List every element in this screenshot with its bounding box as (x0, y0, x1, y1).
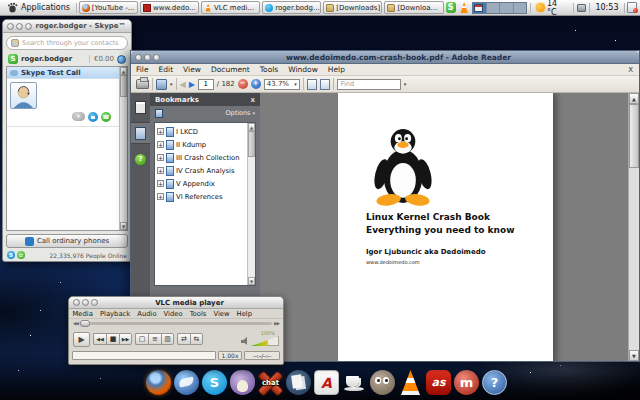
expand-icon[interactable]: + (157, 141, 164, 148)
taskbar-button-downloads2[interactable]: [Downloa... (384, 1, 443, 14)
previous-button[interactable]: ◀◀ (93, 333, 106, 345)
menu-help[interactable]: Help (233, 310, 256, 318)
zoom-out-button[interactable]: − (238, 79, 248, 89)
screenshot-applet-icon[interactable] (577, 4, 587, 12)
taskbar-button-vlc[interactable]: VLC medi... (201, 1, 260, 14)
save-dropdown-arrow[interactable]: ▾ (170, 81, 173, 87)
globe-icon[interactable] (117, 55, 126, 64)
expand-icon[interactable]: + (157, 128, 164, 135)
bookmark-item-crash-collection[interactable]: + III Crash Collection (155, 151, 247, 164)
workspace-4[interactable] (514, 3, 527, 13)
bookmark-icon[interactable] (155, 109, 163, 118)
menu-tools[interactable]: Tools (255, 65, 283, 74)
fit-width-button[interactable] (307, 79, 317, 90)
dock-miro-icon[interactable]: m (454, 370, 479, 395)
menu-audio[interactable]: Audio (134, 310, 160, 318)
expand-icon[interactable]: + (157, 180, 164, 187)
scroll-up-arrow[interactable]: ▲ (120, 67, 127, 75)
skype-search-input[interactable] (22, 39, 123, 47)
seek-slider-handle[interactable] (80, 320, 90, 327)
workspace-3[interactable] (500, 3, 514, 13)
scroll-down-arrow[interactable]: ▼ (120, 222, 127, 230)
dock-firefox-icon[interactable] (146, 370, 171, 395)
fit-page-button[interactable] (320, 79, 330, 90)
pdf-page[interactable]: Linux Kernel Crash Book Everything you n… (338, 93, 553, 361)
skype-titlebar[interactable]: roger.bodger - Skype™ (3, 20, 131, 33)
dock-gimp-icon[interactable] (370, 370, 395, 395)
expand-icon[interactable]: + (157, 193, 164, 200)
taskbar-button-downloads1[interactable]: [Downloads] (323, 1, 382, 14)
contact-avatar[interactable] (10, 82, 37, 109)
skype-account-row[interactable]: S roger.bodger €0.00 (3, 52, 131, 66)
scroll-up-arrow[interactable]: ▲ (248, 123, 255, 131)
weather-applet[interactable]: 14 °C (534, 0, 570, 17)
bookmark-item-kdump[interactable]: + II Kdump (155, 138, 247, 151)
account-balance[interactable]: €0.00 (89, 55, 114, 63)
menu-document[interactable]: Document (206, 65, 255, 74)
taskbar-button-skype[interactable]: roger.bodg... (262, 1, 321, 14)
workspace-1[interactable] (473, 3, 487, 13)
shuffle-button[interactable]: ⇆ (190, 333, 203, 345)
skype-tray-icon[interactable]: S (446, 2, 456, 13)
vlc-tray-icon[interactable] (459, 2, 469, 13)
loop-button[interactable]: ⇄ (177, 333, 190, 345)
skype-status-icon[interactable]: S (8, 54, 18, 64)
workspace-2[interactable] (487, 3, 501, 13)
zoom-in-button[interactable]: + (251, 79, 261, 89)
close-button[interactable] (73, 299, 80, 306)
taskbar-button-pdf[interactable]: www.dedo... (140, 1, 199, 14)
scroll-down-arrow[interactable]: ▼ (629, 350, 639, 361)
menu-playback[interactable]: Playback (96, 310, 133, 318)
video-call-button[interactable] (88, 112, 98, 122)
playlist-button[interactable]: ≡ (148, 333, 161, 345)
clock-applet[interactable]: 10:53 (593, 3, 620, 12)
maximize-button[interactable] (153, 54, 160, 61)
next-button[interactable]: ▶▶ (119, 333, 132, 345)
vlc-titlebar[interactable]: VLC media player (69, 297, 283, 309)
taskbar-button-youtube[interactable]: [YouTube -... (79, 1, 138, 14)
menu-view[interactable]: View (178, 65, 206, 74)
page-number-input[interactable] (198, 79, 214, 90)
zoom-level-select[interactable]: 43.7% ▾ (264, 79, 300, 90)
scrollbar-thumb[interactable] (120, 75, 127, 97)
contact-list-scrollbar[interactable]: ▲ ▼ (119, 67, 127, 230)
stop-button[interactable]: ■ (106, 333, 119, 345)
minimize-button[interactable] (82, 299, 89, 306)
expand-icon[interactable]: + (157, 154, 164, 161)
contact-skype-test-call[interactable]: Skype Test Call (7, 67, 119, 79)
reader-titlebar[interactable]: www.dedoimedo.com-crash-book.pdf - Adobe… (131, 51, 639, 64)
dock-documents-icon[interactable] (286, 370, 311, 395)
help-icon[interactable]: ? (135, 154, 146, 165)
menu-help[interactable]: Help (323, 65, 350, 74)
bookmarks-scrollbar[interactable]: ▲ ▼ (247, 123, 255, 285)
minimize-button[interactable] (16, 23, 23, 30)
menu-file[interactable]: File (131, 65, 154, 74)
scrollbar-thumb[interactable] (248, 131, 255, 157)
document-scrollbar[interactable]: ▲ ▼ (628, 93, 639, 361)
close-button[interactable] (135, 54, 142, 61)
logout-applet-icon[interactable] (627, 2, 637, 13)
voice-call-button[interactable]: ☎ (101, 112, 111, 122)
seek-forward-icon[interactable]: ▶▶ (274, 321, 279, 326)
find-input[interactable] (337, 79, 401, 90)
speaker-icon[interactable] (241, 337, 249, 345)
menu-video[interactable]: Video (160, 310, 186, 318)
dock-help-icon[interactable]: ? (482, 370, 507, 395)
volume-slider[interactable] (251, 336, 279, 346)
scrollbar-thumb[interactable] (629, 104, 639, 168)
dock-vlc-icon[interactable] (398, 370, 423, 395)
menu-media[interactable]: Media (69, 310, 96, 318)
fullscreen-button[interactable]: ▢ (135, 333, 148, 345)
bookmarks-close-button[interactable]: x (250, 96, 255, 104)
sync-icon[interactable]: ⇄ (17, 251, 25, 259)
call-ordinary-phones-button[interactable]: Call ordinary phones (6, 234, 128, 248)
seek-slider[interactable] (80, 322, 272, 325)
applications-menu[interactable]: Applications (3, 1, 74, 15)
equalizer-button[interactable]: ▥ (161, 333, 174, 345)
expand-icon[interactable]: + (157, 167, 164, 174)
find-dropdown-arrow[interactable]: ▾ (404, 81, 407, 87)
bookmark-item-crash-analysis[interactable]: + IV Crash Analysis (155, 164, 247, 177)
menubar-close-button[interactable]: X (622, 66, 639, 74)
skype-search-box[interactable] (6, 36, 128, 50)
volume-control[interactable]: 100% (241, 332, 279, 346)
